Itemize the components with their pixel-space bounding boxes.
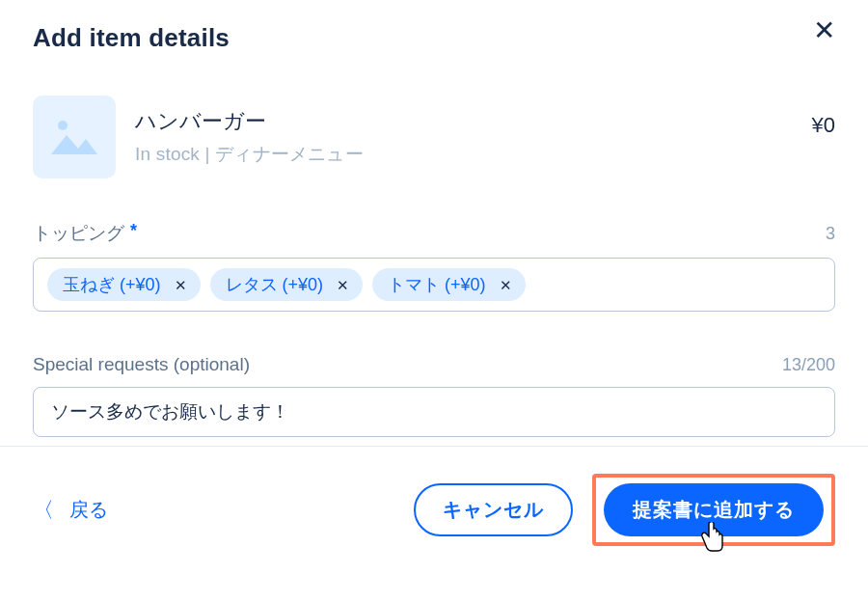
topping-chip[interactable]: トマト (+¥0) ✕: [372, 268, 526, 301]
dialog-footer: 〈 戻る キャンセル 提案書に追加する: [0, 446, 868, 602]
toppings-count: 3: [826, 224, 835, 244]
special-requests-field: Special requests (optional) 13/200: [33, 354, 835, 437]
chip-label: 玉ねぎ (+¥0): [63, 273, 161, 296]
special-requests-label: Special requests (optional): [33, 354, 250, 375]
svg-point-0: [58, 121, 68, 130]
toppings-field: トッピング* 3 玉ねぎ (+¥0) ✕ レタス (+¥0) ✕ トマト (+¥…: [33, 221, 835, 312]
cancel-button[interactable]: キャンセル: [414, 483, 573, 536]
topping-chip[interactable]: 玉ねぎ (+¥0) ✕: [47, 268, 201, 301]
item-name: ハンバーガー: [135, 107, 364, 136]
back-link[interactable]: 〈 戻る: [33, 497, 108, 523]
chip-remove-icon[interactable]: ✕: [496, 276, 516, 294]
image-placeholder-icon: [49, 116, 99, 158]
item-menu: ディナーメニュー: [215, 144, 364, 164]
item-price: ¥0: [812, 113, 835, 138]
dialog-title: Add item details: [33, 23, 230, 53]
chip-label: トマト (+¥0): [388, 273, 486, 296]
item-row: ハンバーガー In stock | ディナーメニュー ¥0: [33, 96, 835, 178]
close-icon[interactable]: ✕: [813, 17, 835, 44]
toppings-label: トッピング*: [33, 221, 137, 246]
dialog-header: Add item details ✕: [0, 0, 868, 53]
chip-remove-icon[interactable]: ✕: [171, 276, 191, 294]
back-label: 戻る: [69, 497, 108, 523]
item-stock: In stock: [135, 144, 200, 164]
toppings-input[interactable]: 玉ねぎ (+¥0) ✕ レタス (+¥0) ✕ トマト (+¥0) ✕: [33, 258, 835, 312]
dialog-content: ハンバーガー In stock | ディナーメニュー ¥0 トッピング* 3 玉…: [0, 53, 868, 446]
chip-remove-icon[interactable]: ✕: [333, 276, 353, 294]
item-subtitle: In stock | ディナーメニュー: [135, 142, 364, 167]
chevron-left-icon: 〈: [33, 500, 54, 521]
submit-button[interactable]: 提案書に追加する: [604, 483, 824, 536]
special-requests-input[interactable]: [33, 387, 835, 437]
add-item-dialog: Add item details ✕ ハンバーガー In stock | ディナ…: [0, 0, 868, 602]
chip-label: レタス (+¥0): [226, 273, 324, 296]
submit-highlight: 提案書に追加する: [592, 474, 835, 546]
required-star-icon: *: [130, 221, 137, 240]
topping-chip[interactable]: レタス (+¥0) ✕: [210, 268, 364, 301]
item-thumbnail-placeholder: [33, 96, 116, 178]
special-requests-count: 13/200: [782, 355, 835, 375]
